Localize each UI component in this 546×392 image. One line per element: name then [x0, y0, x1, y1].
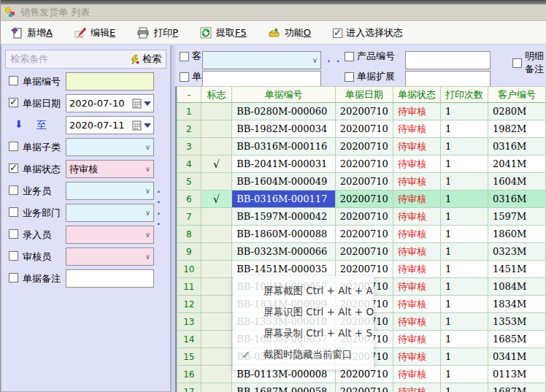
- toolbar-button-edit[interactable]: 编辑E: [74, 26, 115, 39]
- search-button[interactable]: 检索: [130, 53, 161, 66]
- column-header-0[interactable]: -: [177, 87, 201, 103]
- doc-number-cell[interactable]: BB-0323M-000066: [232, 243, 335, 261]
- customer-cell[interactable]: 0323M: [488, 243, 545, 261]
- customer-cell[interactable]: 1597M: [488, 208, 545, 226]
- calendar-icon[interactable]: [132, 120, 153, 131]
- flag-cell[interactable]: [201, 348, 232, 366]
- chevron-down-icon[interactable]: ∨: [142, 165, 153, 173]
- print-count-cell[interactable]: 1: [440, 296, 488, 313]
- row-number-cell[interactable]: 7: [177, 208, 201, 226]
- toolbar-button-function[interactable]: 功能O: [269, 26, 311, 39]
- checkbox-unchecked[interactable]: [9, 76, 18, 85]
- checkbox-checked[interactable]: [9, 164, 18, 173]
- doc-date-cell[interactable]: 20200710: [335, 103, 393, 120]
- chevron-down-icon[interactable]: ∨: [142, 231, 153, 239]
- dropdown-select[interactable]: ∨: [66, 247, 154, 266]
- table-row[interactable]: 17BB-1687M-00005820200710待审核11687M: [177, 383, 546, 392]
- dropdown-select[interactable]: 待审核∨: [66, 160, 154, 178]
- checkbox-unchecked[interactable]: [9, 229, 18, 239]
- checkbox-unchecked[interactable]: [180, 72, 189, 82]
- flag-cell[interactable]: √: [201, 191, 232, 208]
- doc-status-cell[interactable]: 待审核: [393, 243, 440, 261]
- range-to-label[interactable]: 至: [36, 119, 47, 132]
- flag-cell[interactable]: [201, 120, 232, 138]
- checkbox-unchecked[interactable]: [9, 142, 18, 151]
- print-count-cell[interactable]: 1: [440, 103, 488, 120]
- doc-status-cell[interactable]: 待审核: [393, 366, 440, 383]
- column-header-6[interactable]: 客户编号: [488, 87, 545, 103]
- date-input[interactable]: 2020-07-10: [66, 94, 154, 112]
- doc-status-cell[interactable]: 待审核: [393, 208, 440, 226]
- table-row[interactable]: 3BB-0316M-00011620200710待审核10316M: [177, 138, 546, 155]
- date-input[interactable]: 2020-07-11: [66, 116, 154, 134]
- customer-cell[interactable]: 0316M: [488, 191, 545, 208]
- print-count-cell[interactable]: 1: [440, 243, 488, 261]
- row-number-cell[interactable]: 1: [177, 103, 201, 120]
- calendar-icon[interactable]: [132, 99, 153, 109]
- print-count-cell[interactable]: 1: [440, 208, 488, 226]
- customer-cell[interactable]: 2041M: [488, 155, 545, 173]
- filter-input[interactable]: [405, 51, 491, 69]
- print-count-cell[interactable]: 1: [440, 226, 488, 243]
- table-row[interactable]: 7BB-1597M-00004220200710待审核11597M: [177, 208, 546, 226]
- doc-date-cell[interactable]: 20200710: [335, 138, 393, 155]
- doc-status-cell[interactable]: 待审核: [393, 173, 440, 191]
- doc-number-cell[interactable]: BB-1597M-000042: [232, 208, 335, 226]
- toolbar-button-new-doc[interactable]: 新增A: [11, 26, 53, 39]
- customer-cell[interactable]: 1860M: [488, 226, 545, 243]
- customer-cell[interactable]: 1353M: [488, 313, 545, 331]
- flag-cell[interactable]: [201, 226, 232, 243]
- customer-cell[interactable]: 1982M: [488, 120, 545, 138]
- dropdown-select[interactable]: ∨: [66, 204, 154, 222]
- context-menu-item[interactable]: ✓截图时隐藏当前窗口: [233, 344, 374, 365]
- row-number-cell[interactable]: 13: [177, 313, 201, 331]
- flag-cell[interactable]: [201, 138, 232, 155]
- chevron-down-icon[interactable]: ∨: [309, 56, 320, 64]
- text-input[interactable]: [66, 72, 154, 91]
- flag-cell[interactable]: [201, 208, 232, 226]
- row-number-cell[interactable]: 10: [177, 261, 201, 278]
- print-count-cell[interactable]: 1: [440, 138, 488, 155]
- table-row[interactable]: 8BB-1860M-00008820200710待审核11860M: [177, 226, 546, 243]
- flag-cell[interactable]: [201, 313, 232, 331]
- doc-status-cell[interactable]: 待审核: [393, 120, 440, 138]
- dropdown-select[interactable]: ∨: [66, 226, 154, 244]
- chevron-down-icon[interactable]: ∨: [142, 253, 153, 261]
- customer-cell[interactable]: 1451M: [488, 261, 545, 278]
- filter-dropdown[interactable]: ∨: [202, 51, 321, 69]
- dropdown-select[interactable]: ∨: [66, 182, 154, 200]
- table-row[interactable]: 1BB-0280M-00006020200710待审核10280M: [177, 103, 546, 120]
- doc-number-cell[interactable]: BB-1982M-000034: [232, 120, 335, 138]
- doc-status-cell[interactable]: 待审核: [393, 313, 440, 331]
- row-number-cell[interactable]: 6: [177, 191, 201, 208]
- row-number-cell[interactable]: 9: [177, 243, 201, 261]
- row-number-cell[interactable]: 14: [177, 331, 201, 348]
- doc-status-cell[interactable]: 待审核: [393, 278, 440, 296]
- table-row[interactable]: 5BB-1604M-00004920200710待审核11604M: [177, 173, 546, 191]
- doc-date-cell[interactable]: 20200710: [335, 383, 393, 392]
- doc-number-cell[interactable]: BB-2041M-000031: [232, 155, 335, 173]
- print-count-cell[interactable]: 1: [440, 120, 488, 138]
- context-menu-item[interactable]: 屏幕识图 Ctrl + Alt + O: [233, 301, 374, 323]
- customer-cell[interactable]: 1834M: [488, 296, 545, 313]
- doc-number-cell[interactable]: BB-1687M-000058: [232, 383, 335, 392]
- flag-cell[interactable]: [201, 296, 232, 313]
- doc-status-cell[interactable]: 待审核: [393, 331, 440, 348]
- row-number-cell[interactable]: 17: [177, 383, 201, 392]
- flag-cell[interactable]: [201, 261, 232, 278]
- checkbox-unchecked[interactable]: [9, 251, 18, 261]
- print-count-cell[interactable]: 1: [440, 348, 488, 366]
- table-row[interactable]: 9BB-0323M-00006620200710待审核10323M: [177, 243, 546, 261]
- flag-cell[interactable]: [201, 173, 232, 191]
- flag-cell[interactable]: [201, 278, 232, 296]
- doc-date-cell[interactable]: 20200710: [335, 226, 393, 243]
- row-number-cell[interactable]: 16: [177, 366, 201, 383]
- row-number-cell[interactable]: 15: [177, 348, 201, 366]
- date-dropdown-arrow-icon[interactable]: [144, 101, 151, 106]
- doc-date-cell[interactable]: 20200710: [335, 155, 393, 173]
- print-count-cell[interactable]: 1: [440, 366, 488, 383]
- checkbox-checked[interactable]: [333, 28, 342, 38]
- doc-number-cell[interactable]: BB-0316M-000117: [232, 191, 335, 208]
- row-number-cell[interactable]: 5: [177, 173, 201, 191]
- browse-dots-button[interactable]: . .: [327, 54, 341, 64]
